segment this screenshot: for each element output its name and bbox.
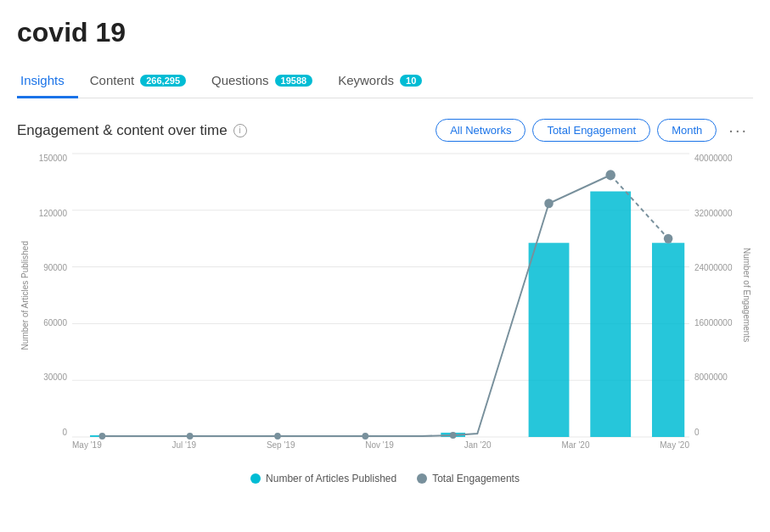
x-tick-1: Jul '19: [172, 440, 197, 450]
network-filter-button[interactable]: All Networks: [436, 119, 526, 142]
y-right-tick-2: 24000000: [694, 263, 733, 272]
tab-insights-label: Insights: [20, 73, 65, 87]
x-tick-4: Jan '20: [464, 440, 492, 450]
legend-articles: Number of Articles Published: [250, 473, 396, 484]
legend-articles-icon: [250, 473, 261, 484]
y-right-tick-1: 32000000: [694, 209, 733, 218]
svg-point-19: [450, 432, 457, 439]
y-left-tick-5: 0: [62, 428, 67, 437]
x-axis-labels: May '19 Jul '19 Sep '19 Nov '19 Jan '20 …: [72, 440, 689, 468]
svg-rect-13: [652, 243, 684, 437]
page-title: covid 19: [17, 17, 753, 48]
x-tick-6: May '20: [660, 440, 689, 450]
tab-content-badge: 266,295: [140, 75, 186, 87]
svg-point-21: [605, 170, 615, 180]
tab-content-label: Content: [90, 73, 135, 87]
y-left-tick-2: 90000: [43, 263, 67, 272]
x-tick-3: Nov '19: [365, 440, 394, 450]
svg-point-17: [274, 433, 281, 440]
x-tick-0: May '19: [72, 440, 102, 450]
more-options-button[interactable]: ···: [723, 117, 753, 143]
section-header: Engagement & content over time i All Net…: [17, 117, 753, 143]
y-right-tick-0: 40000000: [694, 154, 733, 163]
y-left-tick-3: 60000: [43, 318, 67, 328]
time-filter-button[interactable]: Month: [657, 119, 717, 142]
svg-point-15: [99, 433, 106, 440]
tab-keywords-label: Keywords: [338, 73, 394, 87]
svg-point-22: [664, 234, 673, 244]
tab-keywords[interactable]: Keywords 10: [334, 64, 436, 98]
y-left-tick-0: 150000: [39, 154, 67, 163]
svg-rect-11: [529, 243, 570, 437]
tab-questions[interactable]: Questions 19588: [208, 64, 326, 98]
tab-insights[interactable]: Insights: [17, 64, 78, 98]
filter-buttons: All Networks Total Engagement Month ···: [436, 117, 753, 143]
y-left-tick-4: 30000: [43, 372, 67, 382]
chart-svg: [72, 154, 689, 437]
legend-engagements-icon: [417, 473, 427, 484]
svg-rect-12: [590, 192, 631, 437]
engagement-filter-button[interactable]: Total Engagement: [532, 119, 650, 142]
tab-questions-badge: 19588: [275, 75, 313, 87]
tabs-bar: Insights Content 266,295 Questions 19588…: [17, 64, 753, 98]
legend-articles-label: Number of Articles Published: [266, 473, 396, 484]
y-right-tick-3: 16000000: [694, 318, 733, 328]
page-container: covid 19 Insights Content 266,295 Questi…: [0, 0, 770, 501]
legend-engagements: Total Engagements: [417, 473, 520, 484]
chart-area: 150000 120000 90000 60000 30000 0 Number…: [17, 154, 753, 468]
svg-point-18: [362, 433, 368, 440]
info-icon[interactable]: i: [233, 124, 247, 137]
y-right-tick-5: 0: [694, 428, 700, 437]
x-tick-2: Sep '19: [267, 440, 295, 450]
section-title-text: Engagement & content over time: [17, 122, 228, 139]
chart-legend: Number of Articles Published Total Engag…: [17, 473, 753, 484]
y-right-tick-4: 8000000: [694, 372, 728, 382]
chart-container: 150000 120000 90000 60000 30000 0 Number…: [17, 154, 753, 468]
x-tick-5: Mar '20: [561, 440, 589, 450]
section-title-container: Engagement & content over time i: [17, 122, 247, 139]
tab-keywords-badge: 10: [400, 75, 422, 87]
svg-point-16: [187, 433, 194, 440]
y-left-axis-label: Number of Articles Published: [20, 241, 30, 350]
y-right-label-container: Number of Engagements: [739, 154, 753, 437]
svg-point-20: [544, 199, 554, 208]
y-left-label-container: Number of Articles Published: [17, 154, 32, 437]
tab-questions-label: Questions: [211, 73, 269, 87]
y-right-axis-label: Number of Engagements: [742, 248, 751, 342]
y-left-tick-1: 120000: [39, 209, 67, 218]
chart-plot: [72, 154, 689, 437]
tab-content[interactable]: Content 266,295: [87, 64, 200, 98]
legend-engagements-label: Total Engagements: [432, 473, 520, 484]
